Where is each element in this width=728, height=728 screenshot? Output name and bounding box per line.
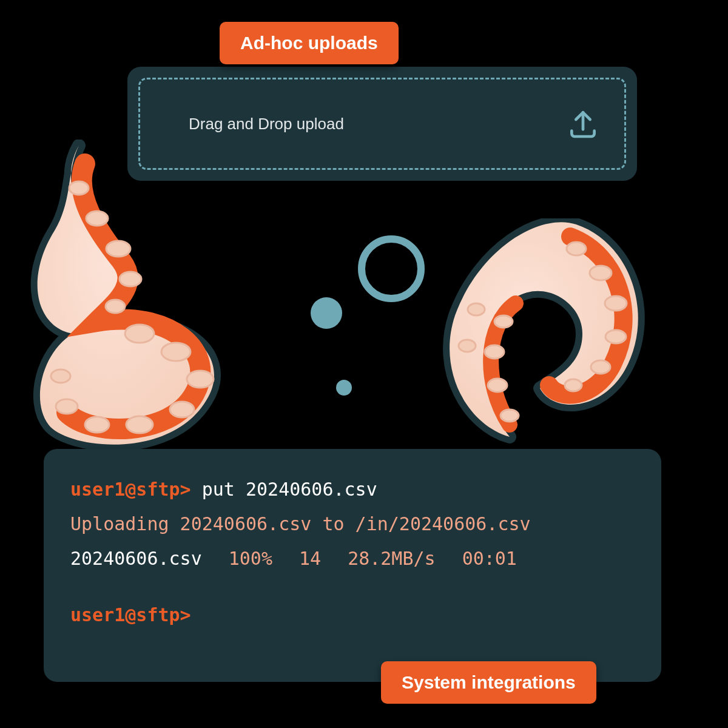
svg-point-20 (485, 345, 504, 359)
svg-point-7 (187, 371, 214, 388)
bubble-ring (358, 235, 425, 302)
bubble-small (336, 380, 352, 396)
svg-point-24 (459, 340, 476, 352)
svg-point-4 (106, 300, 125, 313)
dropzone-panel[interactable]: Drag and Drop upload (127, 67, 637, 181)
svg-point-16 (605, 330, 626, 343)
svg-point-2 (106, 241, 130, 257)
dropzone-label: Drag and Drop upload (189, 115, 344, 133)
upload-icon (566, 107, 600, 141)
svg-point-6 (161, 343, 190, 361)
terminal-uploading-message: Uploading 20240606.csv to /in/20240606.c… (70, 507, 635, 541)
adhoc-uploads-label: Ad-hoc uploads (240, 33, 378, 53)
system-integrations-label: System integrations (402, 672, 576, 692)
tentacle-right-illustration (419, 218, 661, 473)
sftp-terminal: user1@sftp> put 20240606.csv Uploading 2… (44, 449, 661, 682)
svg-point-5 (125, 325, 154, 343)
svg-point-3 (120, 272, 141, 286)
stat-bytes: 14 (299, 541, 321, 576)
svg-point-11 (56, 399, 78, 414)
svg-point-1 (86, 211, 108, 226)
svg-point-21 (488, 379, 507, 392)
system-integrations-chip[interactable]: System integrations (381, 661, 596, 704)
dropzone-dashed-inner: Drag and Drop upload (138, 78, 626, 170)
stat-file: 20240606.csv (70, 541, 202, 576)
svg-point-15 (605, 296, 627, 311)
terminal-command: put 20240606.csv (202, 479, 377, 500)
svg-point-22 (500, 410, 519, 422)
terminal-prompt: user1@sftp> (70, 479, 191, 500)
svg-point-14 (590, 266, 612, 280)
svg-point-12 (51, 369, 70, 383)
svg-point-13 (567, 242, 586, 255)
svg-point-8 (170, 402, 194, 417)
svg-point-19 (494, 315, 513, 328)
svg-point-9 (126, 416, 153, 433)
adhoc-uploads-chip[interactable]: Ad-hoc uploads (220, 22, 399, 64)
svg-point-17 (591, 360, 610, 374)
terminal-line-idle: user1@sftp> (70, 598, 635, 632)
terminal-stats-row: 20240606.csv 100% 14 28.2MB/s 00:01 (70, 541, 635, 576)
svg-point-10 (85, 417, 109, 433)
bubble-medium (311, 297, 342, 329)
tentacle-left-illustration (18, 140, 273, 467)
terminal-line-command: user1@sftp> put 20240606.csv (70, 472, 635, 507)
svg-point-18 (565, 379, 582, 391)
stat-eta: 00:01 (462, 541, 517, 576)
svg-point-23 (468, 303, 485, 315)
terminal-prompt-idle: user1@sftp> (70, 604, 191, 625)
svg-point-0 (69, 181, 89, 195)
stat-rate: 28.2MB/s (348, 541, 436, 576)
stat-percent: 100% (229, 541, 272, 576)
